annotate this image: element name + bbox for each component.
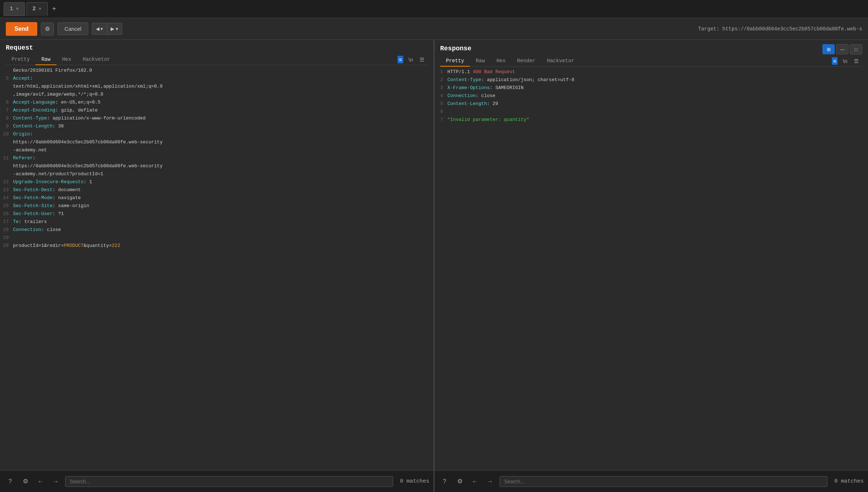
response-view-single[interactable]: — [836, 44, 848, 54]
response-tab-raw[interactable]: Raw [470, 56, 490, 67]
line-number-16: 14 [0, 194, 13, 202]
code-line-22: 20productId=1&redir=PRODUCT&quantity=222 [0, 242, 434, 250]
nav-next-button[interactable]: ▶ ▾ [107, 23, 122, 35]
request-back-icon[interactable]: ← [35, 476, 46, 487]
line-number-2: 3 [434, 84, 447, 92]
response-tab-pretty[interactable]: Pretty [440, 56, 470, 67]
nav-button-group: ◀ ▾ ▶ ▾ [92, 23, 122, 35]
tab-1-close[interactable]: × [16, 6, 19, 12]
request-panel: Request Pretty Raw Hex Hackvetor ≡ \n ☰ … [0, 40, 434, 492]
line-number-15: 13 [0, 186, 13, 194]
tab-1[interactable]: 1 × [4, 2, 25, 16]
line-content-3: ,image/avif,image/webp,*/*;q=0.8 [13, 91, 434, 98]
response-list-icon[interactable]: ≡ [832, 57, 838, 65]
request-help-icon[interactable]: ? [4, 476, 16, 487]
response-view-split[interactable]: ⊞ [822, 44, 835, 54]
line-content-0: HTTP/1.1 400 Bad Request [447, 68, 868, 76]
request-tab-icons: ≡ \n ☰ [397, 56, 428, 64]
line-content-0: Gecko/20100101 Firefox/102.0 [13, 67, 434, 75]
request-code-area[interactable]: Gecko/20100101 Firefox/102.05Accept:text… [0, 65, 434, 470]
line-content-10: -academy.net [13, 146, 434, 154]
line-number-2 [0, 83, 13, 91]
code-line-14: 12Upgrade-Insecure-Requests: 1 [0, 178, 434, 186]
code-line-16: 14Sec-Fetch-Mode: navigate [0, 194, 434, 202]
line-content-17: Sec-Fetch-Site: same-origin [13, 202, 434, 210]
response-newline-icon[interactable]: \n [841, 57, 849, 65]
code-line-2: text/html,application/xhtml+xml,applicat… [0, 83, 434, 91]
code-line-1: 2Content-Type: application/json; charset… [434, 76, 868, 84]
code-line-15: 13Sec-Fetch-Dest: document [0, 186, 434, 194]
response-settings-icon[interactable]: ⚙ [454, 476, 465, 487]
code-line-5: 7Accept-Encoding: gzip, deflate [0, 106, 434, 114]
code-line-18: 16Sec-Fetch-User: ?1 [0, 210, 434, 218]
code-line-19: 17Te: trailers [0, 218, 434, 226]
request-search-input[interactable] [65, 476, 393, 487]
code-line-7: 9Content-Length: 38 [0, 122, 434, 130]
line-number-0: 1 [434, 68, 447, 76]
response-panel: Response ⊞ — □ Pretty Raw Hex Render Hac… [434, 40, 868, 492]
code-line-3: ,image/avif,image/webp,*/*;q=0.8 [0, 91, 434, 98]
response-code-area[interactable]: 1HTTP/1.1 400 Bad Request2Content-Type: … [434, 67, 868, 470]
line-number-7: 9 [0, 122, 13, 130]
response-help-icon[interactable]: ? [439, 476, 450, 487]
line-number-4: 6 [0, 98, 13, 106]
code-line-20: 18Connection: close [0, 226, 434, 234]
tab-2[interactable]: 2 × [26, 2, 48, 16]
request-bottom-bar: ? ⚙ ← → 0 matches [0, 470, 434, 492]
request-forward-icon[interactable]: → [50, 476, 61, 487]
line-number-1: 5 [0, 75, 13, 83]
line-number-8: 10 [0, 130, 13, 138]
line-number-20: 18 [0, 226, 13, 234]
line-number-0 [0, 67, 13, 75]
code-line-0: Gecko/20100101 Firefox/102.0 [0, 67, 434, 75]
line-number-3: 4 [434, 92, 447, 100]
main-area: Request Pretty Raw Hex Hackvetor ≡ \n ☰ … [0, 40, 868, 492]
request-settings-icon[interactable]: ⚙ [20, 476, 31, 487]
line-content-19: Te: trailers [13, 218, 434, 226]
code-line-21: 19 [0, 234, 434, 242]
settings-icon-button[interactable]: ⚙ [41, 22, 54, 35]
request-tab-pretty[interactable]: Pretty [6, 54, 35, 65]
request-tabs: Pretty Raw Hex Hackvetor ≡ \n ☰ [6, 54, 428, 65]
line-number-6: 8 [0, 114, 13, 122]
line-number-19: 17 [0, 218, 13, 226]
response-search-input[interactable] [499, 476, 827, 487]
request-list-icon[interactable]: ≡ [397, 56, 404, 63]
line-number-1: 2 [434, 76, 447, 84]
response-back-icon[interactable]: ← [469, 476, 481, 487]
tab-1-label: 1 [10, 6, 13, 12]
code-line-4: 6Accept-Language: en-US,en;q=0.5 [0, 98, 434, 106]
line-content-1: Content-Type: application/json; charset=… [447, 76, 868, 84]
add-tab-button[interactable]: + [49, 5, 59, 13]
response-view-full[interactable]: □ [850, 44, 862, 54]
line-number-21: 19 [0, 234, 13, 242]
request-newline-icon[interactable]: \n [407, 56, 414, 63]
line-content-13: -academy.net/product?productId=1 [13, 170, 434, 178]
line-content-18: Sec-Fetch-User: ?1 [13, 210, 434, 218]
line-number-10 [0, 146, 13, 154]
line-content-4: Accept-Language: en-US,en;q=0.5 [13, 98, 434, 106]
response-tab-render[interactable]: Render [511, 56, 541, 67]
line-content-1: Accept: [13, 75, 434, 83]
line-content-2: X-Frame-Options: SAMEORIGIN [447, 84, 868, 92]
response-tab-hex[interactable]: Hex [491, 56, 511, 67]
line-content-3: Connection: close [447, 92, 868, 100]
response-forward-icon[interactable]: → [484, 476, 496, 487]
cancel-button[interactable]: Cancel [58, 22, 88, 35]
request-tab-raw[interactable]: Raw [35, 54, 56, 65]
send-button[interactable]: Send [6, 22, 37, 36]
line-content-14: Upgrade-Insecure-Requests: 1 [13, 178, 434, 186]
response-tab-icons: ≡ \n ☰ [832, 57, 862, 65]
response-tab-hackvetor[interactable]: Hackvetor [541, 56, 580, 67]
response-matches-count: 0 matches [831, 478, 864, 484]
line-content-6: "Invalid parameter: quantity" [447, 116, 868, 124]
line-number-6: 7 [434, 116, 447, 124]
request-tab-hex[interactable]: Hex [56, 54, 77, 65]
response-tabs: Pretty Raw Hex Render Hackvetor ≡ \n ☰ [440, 56, 862, 67]
tab-2-close[interactable]: × [39, 6, 42, 12]
request-tab-hackvetor[interactable]: Hackvetor [77, 54, 116, 65]
request-menu-icon[interactable]: ☰ [418, 56, 426, 64]
nav-prev-button[interactable]: ◀ ▾ [92, 23, 107, 35]
target-url: Target: https://0abb00d604e3cc5ec2b057cb… [698, 26, 862, 32]
response-menu-icon[interactable]: ☰ [852, 57, 860, 65]
